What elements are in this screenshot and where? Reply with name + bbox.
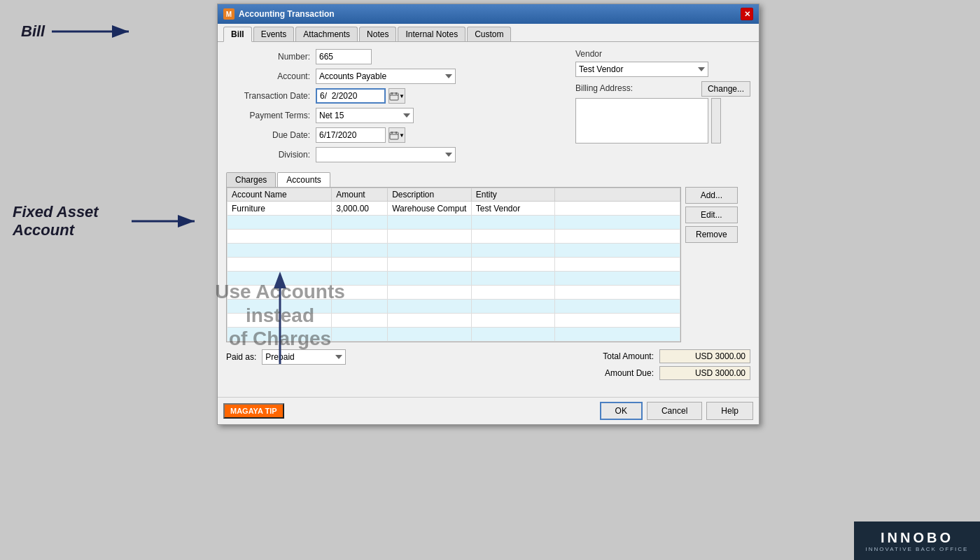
due-date-input[interactable] [316,127,386,143]
number-input[interactable] [316,49,372,64]
fixed-asset-arrow-icon [130,214,200,228]
table-row[interactable] [227,216,680,230]
calendar-dropdown-icon: ▼ [399,93,405,99]
table-row[interactable] [227,300,680,314]
billing-address-textarea[interactable] [575,98,708,144]
due-date-row: Due Date: ▼ [226,127,564,143]
cell-extra [555,202,680,216]
billing-section: Billing Address: Change... [575,81,750,144]
remove-button[interactable]: Remove [685,226,738,243]
billing-scrollbar[interactable] [711,98,721,144]
innobo-logo: INNOBO INNOVATIVE BACK OFFICE [854,522,980,560]
total-amount-row: Total Amount: USD 3000.00 [603,349,750,363]
vendor-label: Vendor [575,49,750,59]
col-entity: Entity [471,188,554,202]
paid-as-label: Paid as: [226,352,256,362]
vendor-section: Vendor Test Vendor [575,49,750,77]
payment-terms-label: Payment Terms: [226,111,310,120]
vendor-select-row: Test Vendor [575,62,750,77]
side-buttons: Add... Edit... Remove [685,187,738,243]
bill-annotation-text: Bill [21,22,45,41]
table-row[interactable] [227,328,680,342]
table-row[interactable] [227,230,680,244]
table-row[interactable] [227,244,680,258]
transaction-date-input[interactable] [316,88,386,104]
vendor-select[interactable]: Test Vendor [575,62,708,77]
cell-amount: 3,000.00 [332,202,388,216]
cell-description: Warehouse Comput [388,202,472,216]
col-amount: Amount [332,188,388,202]
tab-attachments[interactable]: Attachments [295,27,358,41]
number-label: Number: [226,52,310,62]
tab-bill[interactable]: Bill [223,27,252,42]
form-right: Vendor Test Vendor Billing Address: Chan… [575,49,750,167]
payment-terms-row: Payment Terms: Net 15 [226,108,564,123]
cell-entity: Test Vendor [471,202,554,216]
col-extra [555,188,680,202]
due-date-calendar-icon [389,131,399,140]
due-date-wrap: ▼ [316,127,405,143]
form-columns: Number: Account: Accounts Payable Transa… [226,49,750,167]
change-button[interactable]: Change... [701,81,750,97]
main-tabs: Bill Events Attachments Notes Internal N… [218,24,759,42]
transaction-date-row: Transaction Date: ▼ [226,88,564,104]
tab-events[interactable]: Events [253,27,295,41]
dialog-footer: MAGAYA TIP OK Cancel Help [218,397,759,424]
account-row: Account: Accounts Payable [226,69,564,84]
add-button[interactable]: Add... [685,187,738,204]
help-button[interactable]: Help [706,402,753,420]
table-row[interactable] [227,314,680,328]
billing-row [575,98,750,144]
due-date-label: Due Date: [226,130,310,140]
calendar-icon [389,92,399,101]
total-amount-label: Total Amount: [603,351,654,361]
title-bar: M Accounting Transaction ✕ [218,4,759,24]
table-row[interactable] [227,286,680,300]
tab-custom[interactable]: Custom [467,27,511,41]
magaya-tip-button[interactable]: MAGAYA TIP [223,403,284,419]
app-icon: M [223,8,234,20]
cancel-button[interactable]: Cancel [647,402,702,420]
due-date-dropdown-icon: ▼ [399,132,405,139]
transaction-date-calendar-button[interactable]: ▼ [388,88,405,104]
innobo-name: INNOBO [881,530,953,546]
amount-due-label: Amount Due: [605,368,654,378]
table-row[interactable]: Furniture 3,000.00 Warehouse Comput Test… [227,202,680,216]
dialog-title: Accounting Transaction [239,9,335,19]
amount-due-value: USD 3000.00 [659,366,750,380]
fixed-asset-text: Fixed AssetAccount [13,203,125,240]
tab-internal-notes[interactable]: Internal Notes [398,27,465,41]
transaction-date-label: Transaction Date: [226,91,310,101]
ok-button[interactable]: OK [600,402,643,420]
col-account-name: Account Name [227,188,332,202]
account-label: Account: [226,71,310,81]
dialog-content: Number: Account: Accounts Payable Transa… [218,42,759,390]
sub-tabs: Charges Accounts [226,172,750,187]
form-left: Number: Account: Accounts Payable Transa… [226,49,564,167]
accounting-transaction-dialog: M Accounting Transaction ✕ Bill Events A… [217,4,760,425]
payment-terms-select[interactable]: Net 15 [316,108,414,123]
paid-as-select[interactable]: Prepaid [262,349,346,365]
paid-as-row: Paid as: Prepaid [226,349,346,365]
accounts-table-wrap: Account Name Amount Description Entity F… [226,187,681,342]
transaction-date-wrap: ▼ [316,88,405,104]
cell-account-name: Furniture [227,202,332,216]
tab-notes[interactable]: Notes [359,27,396,41]
number-row: Number: [226,49,564,64]
division-label: Division: [226,150,310,160]
table-row[interactable] [227,272,680,286]
division-select[interactable] [316,147,456,162]
sub-tab-charges[interactable]: Charges [226,172,276,187]
svg-rect-8 [390,132,398,139]
bottom-section: Paid as: Prepaid Total Amount: USD 3000.… [226,349,750,383]
due-date-calendar-button[interactable]: ▼ [388,127,405,143]
sub-tab-accounts[interactable]: Accounts [277,172,330,187]
svg-rect-4 [390,93,398,100]
edit-button[interactable]: Edit... [685,206,738,223]
innobo-sub: INNOVATIVE BACK OFFICE [866,546,969,552]
close-button[interactable]: ✕ [741,8,753,20]
accounts-table: Account Name Amount Description Entity F… [227,188,680,342]
table-row[interactable] [227,258,680,272]
amount-due-row: Amount Due: USD 3000.00 [603,366,750,380]
account-select[interactable]: Accounts Payable [316,69,456,84]
